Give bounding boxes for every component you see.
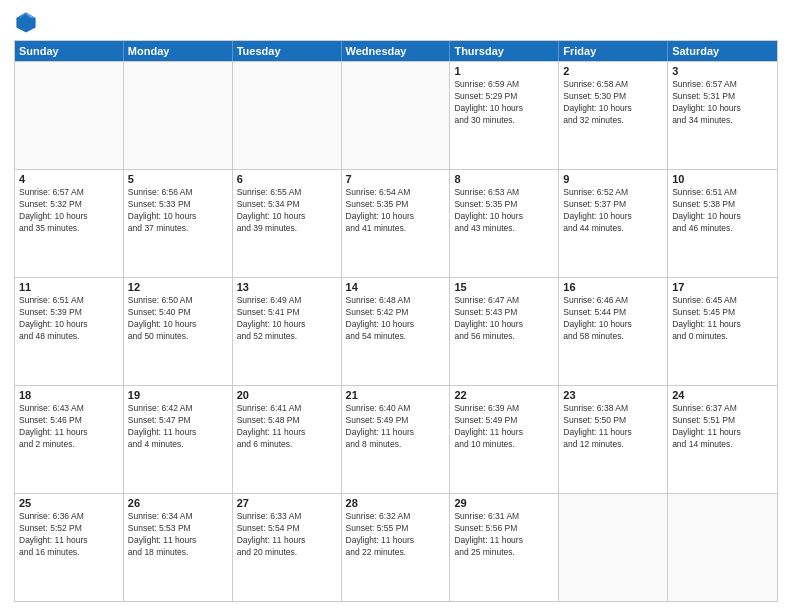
calendar-cell: 2Sunrise: 6:58 AM Sunset: 5:30 PM Daylig…	[559, 62, 668, 169]
cell-info: Sunrise: 6:40 AM Sunset: 5:49 PM Dayligh…	[346, 403, 446, 451]
day-number: 26	[128, 497, 228, 509]
cell-info: Sunrise: 6:49 AM Sunset: 5:41 PM Dayligh…	[237, 295, 337, 343]
day-number: 12	[128, 281, 228, 293]
calendar-cell: 9Sunrise: 6:52 AM Sunset: 5:37 PM Daylig…	[559, 170, 668, 277]
cell-info: Sunrise: 6:43 AM Sunset: 5:46 PM Dayligh…	[19, 403, 119, 451]
calendar-row-1: 4Sunrise: 6:57 AM Sunset: 5:32 PM Daylig…	[15, 169, 777, 277]
cell-info: Sunrise: 6:57 AM Sunset: 5:31 PM Dayligh…	[672, 79, 773, 127]
cell-info: Sunrise: 6:46 AM Sunset: 5:44 PM Dayligh…	[563, 295, 663, 343]
day-number: 9	[563, 173, 663, 185]
header	[14, 10, 778, 34]
calendar-cell: 5Sunrise: 6:56 AM Sunset: 5:33 PM Daylig…	[124, 170, 233, 277]
calendar-body: 1Sunrise: 6:59 AM Sunset: 5:29 PM Daylig…	[15, 61, 777, 601]
day-number: 8	[454, 173, 554, 185]
cell-info: Sunrise: 6:52 AM Sunset: 5:37 PM Dayligh…	[563, 187, 663, 235]
page: SundayMondayTuesdayWednesdayThursdayFrid…	[0, 0, 792, 612]
day-number: 20	[237, 389, 337, 401]
day-number: 21	[346, 389, 446, 401]
cell-info: Sunrise: 6:45 AM Sunset: 5:45 PM Dayligh…	[672, 295, 773, 343]
cell-info: Sunrise: 6:51 AM Sunset: 5:38 PM Dayligh…	[672, 187, 773, 235]
calendar-cell: 17Sunrise: 6:45 AM Sunset: 5:45 PM Dayli…	[668, 278, 777, 385]
cell-info: Sunrise: 6:47 AM Sunset: 5:43 PM Dayligh…	[454, 295, 554, 343]
calendar-cell: 29Sunrise: 6:31 AM Sunset: 5:56 PM Dayli…	[450, 494, 559, 601]
day-number: 28	[346, 497, 446, 509]
day-number: 6	[237, 173, 337, 185]
cell-info: Sunrise: 6:50 AM Sunset: 5:40 PM Dayligh…	[128, 295, 228, 343]
header-day-friday: Friday	[559, 41, 668, 61]
cell-info: Sunrise: 6:54 AM Sunset: 5:35 PM Dayligh…	[346, 187, 446, 235]
calendar-cell: 26Sunrise: 6:34 AM Sunset: 5:53 PM Dayli…	[124, 494, 233, 601]
calendar-cell: 10Sunrise: 6:51 AM Sunset: 5:38 PM Dayli…	[668, 170, 777, 277]
calendar-cell: 21Sunrise: 6:40 AM Sunset: 5:49 PM Dayli…	[342, 386, 451, 493]
cell-info: Sunrise: 6:53 AM Sunset: 5:35 PM Dayligh…	[454, 187, 554, 235]
calendar-cell: 8Sunrise: 6:53 AM Sunset: 5:35 PM Daylig…	[450, 170, 559, 277]
calendar-cell: 11Sunrise: 6:51 AM Sunset: 5:39 PM Dayli…	[15, 278, 124, 385]
cell-info: Sunrise: 6:32 AM Sunset: 5:55 PM Dayligh…	[346, 511, 446, 559]
cell-info: Sunrise: 6:48 AM Sunset: 5:42 PM Dayligh…	[346, 295, 446, 343]
cell-info: Sunrise: 6:55 AM Sunset: 5:34 PM Dayligh…	[237, 187, 337, 235]
day-number: 29	[454, 497, 554, 509]
day-number: 19	[128, 389, 228, 401]
calendar-cell: 20Sunrise: 6:41 AM Sunset: 5:48 PM Dayli…	[233, 386, 342, 493]
calendar-cell	[342, 62, 451, 169]
logo-icon	[14, 10, 38, 34]
header-day-wednesday: Wednesday	[342, 41, 451, 61]
calendar-row-3: 18Sunrise: 6:43 AM Sunset: 5:46 PM Dayli…	[15, 385, 777, 493]
day-number: 5	[128, 173, 228, 185]
day-number: 4	[19, 173, 119, 185]
day-number: 24	[672, 389, 773, 401]
header-day-tuesday: Tuesday	[233, 41, 342, 61]
day-number: 17	[672, 281, 773, 293]
calendar-cell: 6Sunrise: 6:55 AM Sunset: 5:34 PM Daylig…	[233, 170, 342, 277]
cell-info: Sunrise: 6:33 AM Sunset: 5:54 PM Dayligh…	[237, 511, 337, 559]
day-number: 7	[346, 173, 446, 185]
calendar-row-0: 1Sunrise: 6:59 AM Sunset: 5:29 PM Daylig…	[15, 61, 777, 169]
calendar-row-2: 11Sunrise: 6:51 AM Sunset: 5:39 PM Dayli…	[15, 277, 777, 385]
svg-marker-0	[16, 12, 35, 32]
calendar-cell: 7Sunrise: 6:54 AM Sunset: 5:35 PM Daylig…	[342, 170, 451, 277]
cell-info: Sunrise: 6:51 AM Sunset: 5:39 PM Dayligh…	[19, 295, 119, 343]
calendar-cell	[233, 62, 342, 169]
cell-info: Sunrise: 6:56 AM Sunset: 5:33 PM Dayligh…	[128, 187, 228, 235]
calendar-cell: 13Sunrise: 6:49 AM Sunset: 5:41 PM Dayli…	[233, 278, 342, 385]
header-day-saturday: Saturday	[668, 41, 777, 61]
calendar-cell: 22Sunrise: 6:39 AM Sunset: 5:49 PM Dayli…	[450, 386, 559, 493]
calendar-cell	[559, 494, 668, 601]
cell-info: Sunrise: 6:31 AM Sunset: 5:56 PM Dayligh…	[454, 511, 554, 559]
cell-info: Sunrise: 6:37 AM Sunset: 5:51 PM Dayligh…	[672, 403, 773, 451]
calendar-cell: 1Sunrise: 6:59 AM Sunset: 5:29 PM Daylig…	[450, 62, 559, 169]
header-day-monday: Monday	[124, 41, 233, 61]
cell-info: Sunrise: 6:36 AM Sunset: 5:52 PM Dayligh…	[19, 511, 119, 559]
calendar-cell: 14Sunrise: 6:48 AM Sunset: 5:42 PM Dayli…	[342, 278, 451, 385]
cell-info: Sunrise: 6:34 AM Sunset: 5:53 PM Dayligh…	[128, 511, 228, 559]
day-number: 11	[19, 281, 119, 293]
day-number: 13	[237, 281, 337, 293]
calendar-cell: 3Sunrise: 6:57 AM Sunset: 5:31 PM Daylig…	[668, 62, 777, 169]
calendar-cell: 24Sunrise: 6:37 AM Sunset: 5:51 PM Dayli…	[668, 386, 777, 493]
day-number: 2	[563, 65, 663, 77]
day-number: 22	[454, 389, 554, 401]
calendar-row-4: 25Sunrise: 6:36 AM Sunset: 5:52 PM Dayli…	[15, 493, 777, 601]
header-day-thursday: Thursday	[450, 41, 559, 61]
day-number: 18	[19, 389, 119, 401]
calendar-cell: 23Sunrise: 6:38 AM Sunset: 5:50 PM Dayli…	[559, 386, 668, 493]
calendar-cell: 15Sunrise: 6:47 AM Sunset: 5:43 PM Dayli…	[450, 278, 559, 385]
calendar-cell: 12Sunrise: 6:50 AM Sunset: 5:40 PM Dayli…	[124, 278, 233, 385]
day-number: 14	[346, 281, 446, 293]
header-day-sunday: Sunday	[15, 41, 124, 61]
calendar-header: SundayMondayTuesdayWednesdayThursdayFrid…	[15, 41, 777, 61]
calendar-cell: 25Sunrise: 6:36 AM Sunset: 5:52 PM Dayli…	[15, 494, 124, 601]
day-number: 3	[672, 65, 773, 77]
calendar-cell: 4Sunrise: 6:57 AM Sunset: 5:32 PM Daylig…	[15, 170, 124, 277]
calendar-cell: 27Sunrise: 6:33 AM Sunset: 5:54 PM Dayli…	[233, 494, 342, 601]
logo	[14, 10, 42, 34]
cell-info: Sunrise: 6:59 AM Sunset: 5:29 PM Dayligh…	[454, 79, 554, 127]
day-number: 27	[237, 497, 337, 509]
day-number: 1	[454, 65, 554, 77]
cell-info: Sunrise: 6:58 AM Sunset: 5:30 PM Dayligh…	[563, 79, 663, 127]
cell-info: Sunrise: 6:42 AM Sunset: 5:47 PM Dayligh…	[128, 403, 228, 451]
day-number: 15	[454, 281, 554, 293]
day-number: 10	[672, 173, 773, 185]
calendar-cell: 19Sunrise: 6:42 AM Sunset: 5:47 PM Dayli…	[124, 386, 233, 493]
calendar-cell: 18Sunrise: 6:43 AM Sunset: 5:46 PM Dayli…	[15, 386, 124, 493]
